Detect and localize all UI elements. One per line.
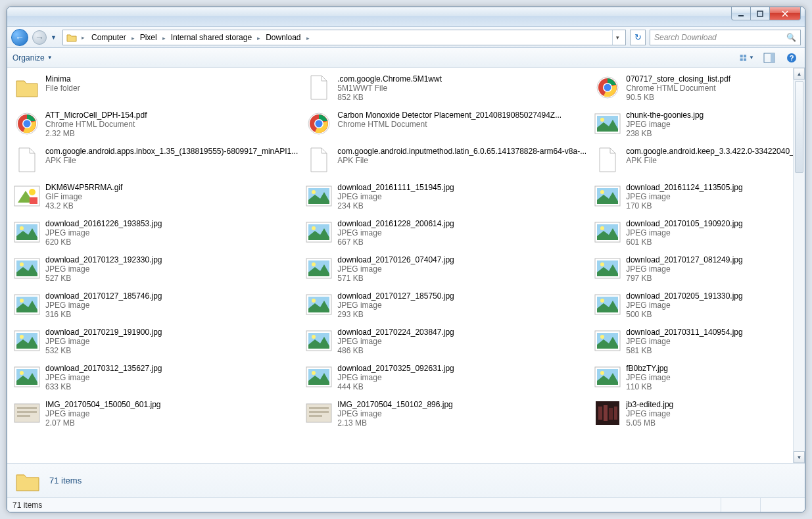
refresh-button[interactable]: ↻ (630, 30, 646, 45)
file-item[interactable]: IMG_20170504_150050_601.jpgJPEG image2.0… (10, 397, 302, 433)
back-button[interactable]: ← (11, 29, 28, 46)
file-meta: DKM6W4P5RRMA.gifGIF image43.2 KB (45, 183, 298, 210)
file-item[interactable]: download_20161111_151945.jpgJPEG image23… (302, 180, 590, 216)
file-meta: .com.google.Chrome.5M1wwt5M1WWT File852 … (337, 74, 586, 102)
svg-rect-5 (744, 58, 746, 61)
file-item[interactable]: download_20170123_192330.jpgJPEG image52… (10, 253, 302, 289)
file-icon (306, 400, 332, 426)
breadcrumb-item[interactable]: Computer (89, 33, 129, 42)
file-item[interactable]: com.google.android.apps.inbox_1.35_(1388… (10, 144, 302, 180)
file-type: APK File (337, 156, 586, 165)
file-type: JPEG image (337, 264, 586, 274)
preview-pane-button[interactable] (761, 51, 777, 65)
svg-point-74 (312, 299, 316, 303)
scroll-track[interactable] (794, 80, 805, 451)
file-item[interactable]: jb3-edited.jpgJPEG image5.05 MB (590, 397, 793, 433)
file-item[interactable]: download_20170325_092631.jpgJPEG image44… (302, 361, 590, 397)
svg-point-59 (20, 262, 24, 266)
file-item[interactable]: download_20170126_074047.jpgJPEG image57… (302, 253, 590, 289)
scroll-up-button[interactable]: ▲ (794, 68, 805, 80)
file-icon (594, 111, 621, 137)
file-name: com.google.android.keep_3.3.422.0-334220… (626, 147, 793, 156)
breadcrumb-item[interactable]: Download (263, 33, 303, 42)
file-size: 486 KB (337, 346, 586, 355)
file-name: DKM6W4P5RRMA.gif (45, 183, 298, 192)
file-item[interactable]: download_20161226_193853.jpgJPEG image62… (10, 216, 302, 253)
file-item[interactable]: Carbon Monoxide Detector Placement_20140… (302, 108, 590, 144)
path-dropdown-button[interactable]: ▾ (612, 30, 623, 45)
svg-text:?: ? (790, 54, 794, 62)
file-item[interactable]: DKM6W4P5RRMA.gifGIF image43.2 KB (10, 180, 302, 216)
file-size: 234 KB (337, 201, 586, 210)
file-item[interactable]: IMG_20170504_150102_896.jpgJPEG image2.1… (302, 397, 590, 433)
file-item[interactable]: 070717_store_closing_list.pdfChrome HTML… (590, 72, 793, 108)
organize-menu[interactable]: Organize ▼ (12, 53, 53, 62)
file-item[interactable]: download_20170224_203847.jpgJPEG image48… (302, 325, 590, 361)
titlebar[interactable] (7, 7, 805, 27)
file-size: 110 KB (626, 382, 793, 391)
file-item[interactable]: MinimaFile folder (10, 72, 302, 108)
chevron-right-icon[interactable]: ▸ (304, 35, 312, 41)
file-size: 532 KB (45, 346, 298, 355)
close-button[interactable] (769, 7, 801, 20)
file-item[interactable]: com.google.android.keep_3.3.422.0-334220… (590, 144, 793, 180)
svg-rect-114 (598, 407, 602, 420)
svg-point-24 (316, 120, 323, 128)
file-meta: fB0bzTY.jpgJPEG image110 KB (626, 364, 793, 391)
minimize-button[interactable] (731, 7, 751, 20)
file-item[interactable]: download_20170127_185746.jpgJPEG image31… (10, 289, 302, 325)
breadcrumb[interactable]: ▸ Computer▸Pixel▸Internal shared storage… (62, 30, 626, 45)
file-item[interactable]: com.google.android.inputmethod.latin_6.0… (302, 144, 590, 180)
file-type: Chrome HTML Document (337, 120, 586, 129)
file-icon (14, 255, 40, 282)
file-item[interactable]: download_20170127_081249.jpgJPEG image79… (590, 253, 793, 289)
file-size: 571 KB (337, 274, 586, 283)
file-item[interactable]: .com.google.Chrome.5M1wwt5M1WWT File852 … (302, 72, 590, 108)
file-type: JPEG image (626, 228, 793, 237)
chevron-right-icon[interactable]: ▸ (129, 35, 137, 41)
file-name: download_20170311_140954.jpg (626, 328, 793, 337)
file-item[interactable]: download_20170205_191330.jpgJPEG image50… (590, 289, 793, 325)
scroll-thumb[interactable] (795, 81, 803, 173)
file-size: 797 KB (626, 274, 793, 283)
file-item[interactable]: fB0bzTY.jpgJPEG image110 KB (590, 361, 793, 397)
scroll-down-button[interactable]: ▼ (794, 451, 805, 463)
file-item[interactable]: chunk-the-goonies.jpgJPEG image238 KB (590, 108, 793, 144)
file-name: chunk-the-goonies.jpg (626, 111, 793, 120)
file-item[interactable]: download_20170127_185750.jpgJPEG image29… (302, 289, 590, 325)
file-name: com.google.android.inputmethod.latin_6.0… (337, 147, 586, 156)
chevron-right-icon[interactable]: ▸ (79, 34, 87, 41)
file-item[interactable]: download_20170219_191900.jpgJPEG image53… (10, 325, 302, 361)
file-meta: com.google.android.keep_3.3.422.0-334220… (626, 147, 793, 165)
help-button[interactable]: ? (784, 51, 800, 65)
file-type: JPEG image (626, 337, 793, 346)
file-list[interactable]: MinimaFile folder.com.google.Chrome.5M1w… (7, 68, 793, 463)
file-name: download_20170205_191330.jpg (626, 291, 793, 301)
search-input[interactable]: Search Download 🔍 (650, 30, 801, 45)
forward-button[interactable]: → (32, 30, 47, 45)
file-item[interactable]: download_20161124_113505.jpgJPEG image17… (590, 180, 793, 216)
view-options-button[interactable]: ▼ (739, 51, 755, 65)
file-item[interactable]: download_20161228_200614.jpgJPEG image66… (302, 216, 590, 253)
file-type: JPEG image (337, 409, 586, 418)
file-item[interactable]: download_20170311_140954.jpgJPEG image58… (590, 325, 793, 361)
svg-rect-2 (740, 55, 743, 57)
file-size: 667 KB (337, 237, 586, 247)
chevron-right-icon[interactable]: ▸ (254, 35, 263, 41)
chevron-right-icon[interactable]: ▸ (160, 35, 168, 41)
breadcrumb-item[interactable]: Internal shared storage (168, 33, 254, 42)
file-size: 633 KB (45, 382, 298, 391)
maximize-button[interactable] (750, 7, 770, 20)
file-meta: download_20170325_092631.jpgJPEG image44… (337, 364, 586, 391)
scrollbar[interactable]: ▲ ▼ (793, 68, 805, 463)
svg-point-47 (20, 226, 24, 230)
file-item[interactable]: ATT_MicroCell_DPH-154.pdfChrome HTML Doc… (10, 108, 302, 144)
file-size: 43.2 KB (45, 201, 298, 210)
nav-history-dropdown[interactable]: ▼ (51, 34, 59, 41)
details-pane: 71 items (7, 463, 805, 497)
file-item[interactable]: download_20170312_135627.jpgJPEG image63… (10, 361, 302, 397)
file-icon (14, 147, 40, 173)
file-size: 238 KB (626, 129, 793, 138)
file-item[interactable]: download_20170105_190920.jpgJPEG image60… (590, 216, 793, 253)
breadcrumb-item[interactable]: Pixel (137, 33, 160, 42)
